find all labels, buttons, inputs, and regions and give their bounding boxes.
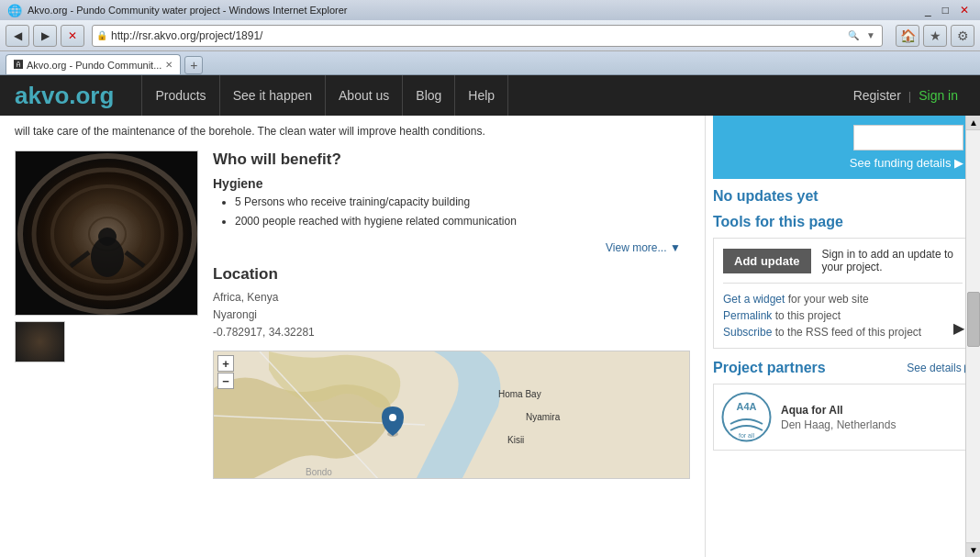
main-section: will take care of the maintenance of the… [0, 116, 705, 557]
thumbnail-row [15, 321, 198, 362]
svg-text:Homa Bay: Homa Bay [498, 389, 541, 399]
see-details-link[interactable]: See details ▶ [907, 362, 973, 374]
logo-text: akvo [15, 82, 69, 109]
tools-heading: Tools for this page [713, 214, 973, 230]
svg-point-7 [98, 228, 117, 246]
cursor-indicator: ▶ [953, 318, 964, 336]
logo[interactable]: akvo.org [15, 82, 114, 110]
add-update-button[interactable]: Add update [723, 249, 811, 273]
benefit-item-1: 5 Persons who receive training/capacity … [235, 195, 690, 210]
register-link[interactable]: Register [846, 88, 908, 103]
address-search-btn[interactable]: 🔍 [845, 29, 862, 41]
partners-header: Project partners See details ▶ [713, 360, 973, 376]
subscribe-link-rest: to the RSS feed of this project [775, 326, 921, 339]
address-dropdown-btn[interactable]: ▼ [863, 29, 878, 41]
active-tab[interactable]: 🅰 Akvo.org - Pundo Communit... ✕ [6, 54, 181, 74]
location-country: Africa, Kenya [213, 289, 690, 306]
settings-button[interactable]: ⚙ [951, 25, 974, 47]
tab-label: Akvo.org - Pundo Communit... [27, 60, 161, 71]
scroll-thumb[interactable] [967, 292, 980, 347]
widget-link[interactable]: Get a widget [723, 293, 785, 306]
funding-box: See funding details ▶ [713, 116, 973, 179]
partner-location: Den Haag, Netherlands [781, 418, 896, 431]
widget-link-item: Get a widget for your web site [723, 293, 963, 306]
partners-heading: Project partners [713, 360, 826, 376]
subscribe-link-item: Subscribe to the RSS feed of this projec… [723, 326, 963, 339]
hygiene-label: Hygiene [213, 176, 690, 191]
partner-logo: A4A for all [721, 392, 772, 442]
tab-bar: 🅰 Akvo.org - Pundo Communit... ✕ + [0, 51, 980, 75]
zoom-out-btn[interactable]: − [217, 373, 234, 389]
tools-box: Add update Sign in to add an update to y… [713, 238, 973, 349]
tab-close-btn[interactable]: ✕ [165, 60, 173, 70]
content-area: will take care of the maintenance of the… [0, 116, 980, 557]
toolbar-right: 🏠 ★ ⚙ [896, 25, 974, 47]
svg-point-17 [389, 414, 396, 421]
address-bar: 🔒 🔍 ▼ [92, 25, 883, 47]
nav-products[interactable]: Products [141, 75, 219, 116]
svg-text:Kisii: Kisii [507, 435, 524, 445]
add-update-row: Add update Sign in to add an update to y… [723, 248, 963, 284]
browser-title-bar: 🌐 Akvo.org - Pundo Community water proje… [0, 0, 980, 20]
main-project-image[interactable] [15, 150, 198, 316]
who-will-benefit-heading: Who will benefit? [213, 150, 690, 169]
nav-see-it-happen[interactable]: See it happen [220, 75, 326, 116]
image-column [15, 150, 198, 479]
view-more-link[interactable]: View more... [606, 241, 666, 254]
favorites-button[interactable]: ★ [923, 25, 947, 47]
zoom-in-btn[interactable]: + [217, 355, 234, 372]
home-button[interactable]: 🏠 [896, 25, 919, 47]
page-content: akvo.org Products See it happen About us… [0, 75, 980, 557]
image-inner [16, 151, 197, 315]
minimize-btn[interactable]: _ [921, 4, 935, 17]
sign-in-text: Sign in to add an update to your project… [822, 248, 963, 273]
right-sidebar: See funding details ▶ No updates yet Too… [705, 116, 980, 557]
location-coords: -0.782917, 34.32281 [213, 324, 690, 341]
permalink-link[interactable]: Permalink [723, 309, 772, 322]
no-updates-label: No updates yet [713, 188, 973, 205]
nav-items: Products See it happen About us Blog Hel… [141, 75, 508, 116]
subscribe-link[interactable]: Subscribe [723, 326, 772, 339]
partner-name: Aqua for All [781, 404, 896, 417]
forward-button[interactable]: ▶ [33, 25, 57, 47]
browser-icon: 🌐 [7, 4, 22, 17]
signin-link[interactable]: Sign in [911, 88, 965, 103]
stop-button[interactable]: ✕ [61, 25, 84, 47]
new-tab-button[interactable]: + [184, 56, 203, 74]
scroll-down-arrow[interactable]: ▼ [966, 542, 980, 557]
scrollbar[interactable]: ▲ ▼ [965, 116, 980, 557]
restore-btn[interactable]: □ [939, 4, 952, 17]
thumbnail-1[interactable] [15, 321, 65, 362]
map-container[interactable]: Homa Bay Nyamira Kisii Bondo + − [213, 351, 690, 479]
scroll-up-arrow[interactable]: ▲ [966, 116, 980, 130]
nav-right: Register | Sign in [846, 88, 965, 103]
map-controls: + − [217, 355, 234, 389]
map-svg: Homa Bay Nyamira Kisii Bondo [214, 351, 689, 479]
partner-logo-svg: A4A for all [721, 392, 772, 442]
funding-input[interactable] [853, 125, 963, 150]
address-input[interactable] [111, 29, 845, 42]
location-heading: Location [213, 265, 690, 284]
partner-info: Aqua for All Den Haag, Netherlands [781, 404, 896, 431]
address-bar-icon: 🔒 [96, 30, 107, 40]
back-button[interactable]: ◀ [6, 25, 29, 47]
nav-help[interactable]: Help [455, 75, 508, 116]
info-column: Who will benefit? Hygiene 5 Persons who … [213, 150, 690, 479]
browser-toolbar: ◀ ▶ ✕ 🔒 🔍 ▼ 🏠 ★ ⚙ [0, 20, 980, 51]
intro-text: will take care of the maintenance of the… [15, 123, 690, 139]
browser-title: Akvo.org - Pundo Community water project… [28, 5, 347, 16]
svg-text:Bondo: Bondo [306, 467, 332, 477]
see-funding-details-link[interactable]: See funding details ▶ [850, 156, 963, 170]
benefit-item-2: 2000 people reached with hygiene related… [235, 214, 690, 229]
location-details: Africa, Kenya Nyarongi -0.782917, 34.322… [213, 289, 690, 342]
close-btn[interactable]: ✕ [956, 4, 973, 17]
tab-favicon: 🅰 [14, 60, 23, 70]
view-more-row: View more... ▼ [213, 240, 690, 254]
svg-text:for all: for all [739, 432, 755, 439]
nav-about-us[interactable]: About us [326, 75, 403, 116]
nav-blog[interactable]: Blog [403, 75, 455, 116]
benefit-list: 5 Persons who receive training/capacity … [213, 195, 690, 229]
svg-text:A4A: A4A [736, 401, 756, 412]
two-column-layout: Who will benefit? Hygiene 5 Persons who … [15, 150, 690, 479]
partner-item: A4A for all Aqua for All Den Haag, Nethe… [713, 384, 973, 451]
